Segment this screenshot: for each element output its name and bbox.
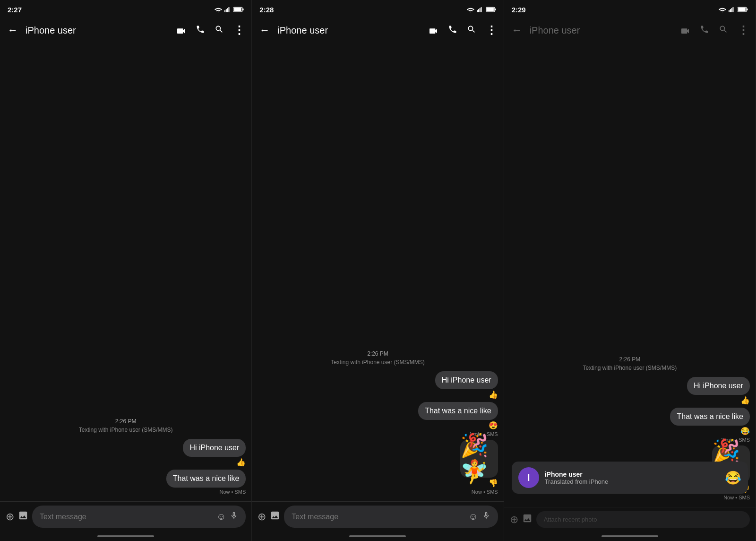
- notification-title: iPhone user: [545, 471, 719, 478]
- reaction-5: 👍: [740, 396, 750, 405]
- message-bubble-6[interactable]: Hi iPhone user: [687, 377, 750, 395]
- message-bubble-4[interactable]: That was a nice like: [418, 402, 498, 420]
- svg-rect-17: [732, 7, 733, 12]
- message-meta-5: Now • SMS: [472, 489, 498, 495]
- nav-bar-3: [601, 535, 658, 537]
- bubble-row-3: Hi iPhone user 👍: [258, 371, 498, 399]
- nav-indicator-2: [252, 532, 503, 541]
- notification-content: iPhone user Translated from iPhone: [545, 471, 719, 485]
- notification-emoji: 😂: [725, 470, 741, 486]
- input-bar-3: ⊕ Attach recent photo: [504, 507, 756, 532]
- message-text-2: That was a nice like: [173, 474, 240, 482]
- message-text-7: That was a nice like: [677, 412, 743, 420]
- bubble-row-2: That was a nice like Now • SMS: [6, 470, 246, 495]
- message-bubble-2[interactable]: That was a nice like: [166, 470, 246, 488]
- contact-name-2: iPhone user: [277, 25, 420, 36]
- nav-indicator-3: [504, 532, 756, 541]
- gallery-icon-3[interactable]: [522, 513, 533, 526]
- message-bubble-7[interactable]: That was a nice like: [670, 408, 750, 426]
- time-divider-2: 2:26 PM: [258, 350, 498, 357]
- app-bar-2: ← iPhone user ⋮: [252, 17, 503, 44]
- message-text-6: Hi iPhone user: [694, 382, 743, 390]
- svg-rect-15: [730, 9, 731, 12]
- notification-subtitle: Translated from iPhone: [545, 478, 719, 485]
- gallery-icon-1[interactable]: [18, 510, 28, 523]
- svg-rect-7: [477, 10, 478, 12]
- svg-rect-19: [738, 8, 746, 11]
- message-bubble-1[interactable]: Hi iPhone user: [183, 439, 246, 457]
- time-divider-1: 2:26 PM: [6, 418, 246, 425]
- message-meta-8: Now • SMS: [723, 495, 750, 500]
- status-bar-1: 2:27: [0, 0, 251, 17]
- message-input-2[interactable]: Text message ☺: [284, 506, 498, 528]
- bubble-row-4: That was a nice like 😍 1 min • SMS: [258, 402, 498, 437]
- svg-rect-5: [234, 8, 242, 11]
- mic-icon-1[interactable]: [230, 510, 238, 523]
- add-icon-1[interactable]: ⊕: [6, 511, 14, 523]
- status-icons-3: [719, 7, 748, 12]
- input-field-icons-2: ☺: [468, 510, 490, 523]
- more-button-3[interactable]: ⋮: [734, 20, 752, 41]
- svg-rect-3: [229, 7, 230, 12]
- message-input-1[interactable]: Text message ☺: [32, 506, 246, 528]
- phone-panel-3: 2:29 ← iPhone user ⋮ 2:26 PM Texting wit…: [504, 0, 756, 541]
- search-button-2[interactable]: [463, 21, 480, 40]
- more-button-2[interactable]: ⋮: [482, 20, 500, 41]
- svg-rect-14: [729, 10, 730, 12]
- message-input-3[interactable]: Attach recent photo: [536, 511, 750, 528]
- app-bar-actions-2: ⋮: [424, 20, 500, 41]
- message-bubble-3[interactable]: Hi iPhone user: [435, 371, 498, 389]
- bubble-row-5: 🎉🧚 👎 Now • SMS: [258, 440, 498, 495]
- svg-rect-10: [481, 7, 481, 12]
- time-3: 2:29: [512, 6, 526, 14]
- input-bar-1: ⊕ Text message ☺: [0, 501, 251, 532]
- bubble-row-7: That was a nice like 😂 2 min • SMS: [510, 408, 750, 443]
- video-button-1[interactable]: [172, 21, 190, 40]
- video-button-2[interactable]: [424, 21, 442, 40]
- status-bar-2: 2:28: [252, 0, 503, 17]
- phone-button-1[interactable]: [192, 21, 209, 40]
- emoji-icon-2[interactable]: ☺: [468, 511, 478, 522]
- message-text-3: Hi iPhone user: [442, 376, 491, 384]
- time-2: 2:28: [259, 6, 274, 14]
- sub-divider-3: Texting with iPhone user (SMS/MMS): [510, 365, 750, 371]
- nav-bar-2: [349, 535, 406, 537]
- contact-name-1: iPhone user: [26, 25, 168, 36]
- search-button-3[interactable]: [715, 21, 732, 40]
- phone-button-3[interactable]: [696, 21, 713, 40]
- svg-rect-8: [478, 9, 479, 12]
- input-placeholder-2: Text message: [292, 513, 338, 521]
- add-icon-2[interactable]: ⊕: [258, 511, 266, 523]
- phone-panel-1: 2:27 ← iPhone user ⋮ 2:26 PM Text: [0, 0, 252, 541]
- back-button-3[interactable]: ←: [508, 20, 526, 40]
- mic-icon-2[interactable]: [482, 510, 490, 523]
- video-button-3[interactable]: [676, 21, 694, 40]
- message-area-3: 2:26 PM Texting with iPhone user (SMS/MM…: [504, 44, 756, 507]
- status-bar-3: 2:29: [504, 0, 756, 17]
- gallery-icon-2[interactable]: [270, 510, 280, 524]
- phone-panel-2: 2:28 ← iPhone user ⋮ 2:26 PM Texting wit…: [252, 0, 504, 541]
- input-placeholder-1: Text message: [40, 513, 86, 521]
- time-1: 2:27: [8, 6, 22, 14]
- svg-rect-2: [227, 8, 228, 12]
- notification-avatar-letter: I: [527, 471, 530, 484]
- emoji-icon-1[interactable]: ☺: [216, 511, 226, 522]
- bubble-row-1: Hi iPhone user 👍: [6, 439, 246, 467]
- back-button-1[interactable]: ←: [4, 20, 22, 40]
- svg-rect-13: [495, 9, 496, 10]
- more-button-1[interactable]: ⋮: [230, 20, 248, 41]
- phone-button-2[interactable]: [444, 21, 461, 40]
- sticker-emoji-1: 🎉🧚: [460, 432, 498, 485]
- bubble-row-6: Hi iPhone user 👍: [510, 377, 750, 405]
- add-icon-3[interactable]: ⊕: [510, 514, 518, 526]
- message-text-1: Hi iPhone user: [189, 444, 239, 452]
- search-button-1[interactable]: [211, 21, 228, 40]
- back-button-2[interactable]: ←: [256, 20, 274, 40]
- notification-popup[interactable]: I iPhone user Translated from iPhone 😂: [512, 462, 748, 494]
- svg-rect-0: [224, 10, 225, 12]
- message-area-1: 2:26 PM Texting with iPhone user (SMS/MM…: [0, 44, 251, 501]
- message-area-2: 2:26 PM Texting with iPhone user (SMS/MM…: [252, 44, 503, 501]
- reaction-3: 😍: [489, 421, 498, 430]
- sub-divider-1: Texting with iPhone user (SMS/MMS): [6, 427, 246, 433]
- sticker-bubble-1[interactable]: 🎉🧚: [460, 440, 498, 478]
